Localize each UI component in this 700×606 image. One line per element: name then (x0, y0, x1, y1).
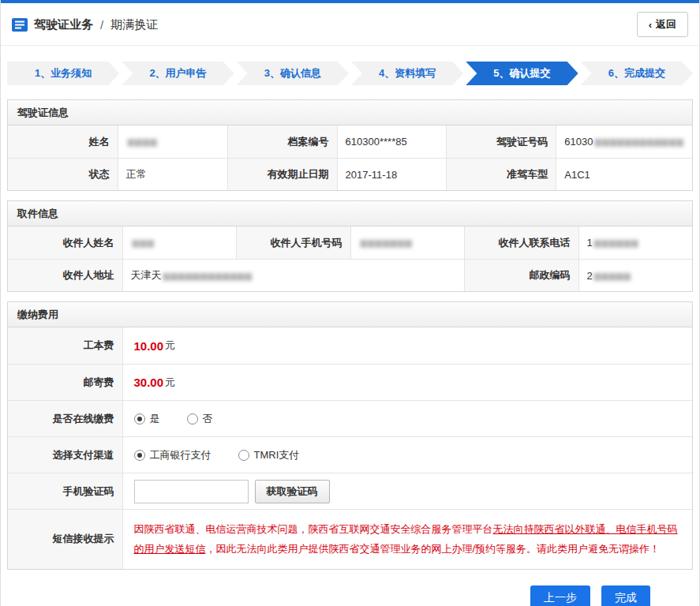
redacted-recipient-address: ▆▆▆▆▆▆▆▆▆▆▆▆ (163, 271, 253, 281)
payment-channel-options: 工商银行支付 TMRI支付 (122, 436, 693, 473)
step-2-user-declaration[interactable]: 2、用户申告 (122, 62, 234, 85)
radio-online-no-label: 否 (203, 412, 213, 426)
page-subtitle: 期满换证 (110, 17, 158, 32)
postcode-prefix: 2 (587, 270, 593, 282)
license-number-label: 驾驶证号码 (446, 125, 556, 158)
sms-notice-post: ，因此无法向此类用户提供陕西省交通管理业务的网上办理/预约等服务。请此类用户避免… (206, 543, 661, 555)
postage-fee-amount: 30.00 (134, 376, 164, 389)
radio-dot-icon (238, 450, 249, 461)
radio-online-yes-label: 是 (150, 412, 160, 426)
sms-notice-label: 短信接收提示 (8, 509, 122, 569)
sms-code-input[interactable] (134, 480, 249, 503)
section-title-pickup: 取件信息 (8, 201, 692, 226)
recipient-phone-prefix: 1 (587, 237, 593, 249)
step-label: 3、确认信息 (264, 67, 321, 79)
section-title-license: 驾驶证信息 (8, 100, 692, 125)
step-5-confirm-submit[interactable]: 5、确认提交 (466, 62, 578, 85)
step-label: 1、业务须知 (35, 67, 92, 79)
step-nav: 1、业务须知 2、用户申告 3、确认信息 4、资料填写 5、确认提交 6、完成提… (1, 46, 699, 90)
fees-table: 工本费 10.00 元 邮寄费 30.00 元 是否在线缴费 是 否 (8, 327, 692, 569)
radio-channel-icbc-label: 工商银行支付 (150, 448, 211, 462)
sms-code-label: 手机验证码 (8, 473, 122, 509)
recipient-name-label: 收件人姓名 (8, 226, 122, 259)
document-list-icon (12, 18, 28, 32)
postcode-label: 邮政编码 (464, 259, 578, 291)
radio-online-yes[interactable]: 是 (134, 412, 160, 426)
redacted-name: ▆▆▆▆ (128, 137, 158, 147)
radio-online-no[interactable]: 否 (187, 412, 213, 426)
step-3-confirm-info[interactable]: 3、确认信息 (237, 62, 349, 85)
vehicle-class-label: 准驾车型 (446, 158, 556, 190)
finish-button[interactable]: 完成 (601, 585, 650, 606)
online-payment-label: 是否在线缴费 (8, 400, 122, 436)
radio-dot-icon (134, 413, 145, 425)
payment-channel-label: 选择支付渠道 (8, 436, 122, 473)
radio-dot-icon (134, 450, 145, 461)
back-label: 返回 (656, 17, 676, 32)
sms-notice-cell: 因陕西省联通、电信运营商技术问题，陕西省互联网交通安全综合服务管理平台无法向持陕… (122, 509, 693, 569)
recipient-name-value: ▆▆▆ (122, 226, 237, 259)
vehicle-class-value: A1C1 (556, 158, 692, 190)
sms-notice-text: 因陕西省联通、电信运营商技术问题，陕西省互联网交通安全综合服务管理平台无法向持陕… (134, 519, 682, 559)
step-4-fill-info[interactable]: 4、资料填写 (351, 62, 463, 85)
expiry-date-label: 有效期止日期 (227, 158, 337, 190)
file-number-label: 档案编号 (227, 125, 337, 158)
recipient-address-prefix: 天津天 (131, 268, 162, 282)
expiry-date-value: 2017-11-18 (337, 158, 447, 190)
name-value: ▆▆▆▆ (118, 125, 227, 158)
title-separator: / (100, 18, 103, 32)
recipient-phone-label: 收件人联系电话 (464, 226, 578, 259)
recipient-mobile-label: 收件人手机号码 (236, 226, 350, 259)
license-number-value: 61030▆▆▆▆▆▆▆▆▆▆▆▆ (556, 125, 692, 158)
chevron-left-icon: ‹ (649, 20, 652, 30)
online-payment-options: 是 否 (122, 400, 693, 436)
license-info-table: 姓名 ▆▆▆▆ 档案编号 610300****85 驾驶证号码 61030▆▆▆… (8, 125, 692, 190)
page-title: 驾驶证业务 (34, 17, 93, 32)
step-label: 5、确认提交 (493, 67, 550, 79)
license-number-prefix: 61030 (564, 136, 593, 148)
redacted-recipient-mobile: ▆▆▆▆▆▆▆ (361, 238, 413, 248)
recipient-mobile-value: ▆▆▆▆▆▆▆ (350, 226, 465, 259)
status-value: 正常 (118, 158, 227, 190)
recipient-phone-value: 1▆▆▆▆▆▆ (578, 226, 693, 259)
postage-fee-value: 30.00 元 (122, 364, 693, 400)
cost-fee-amount: 10.00 (134, 339, 164, 353)
postage-fee-unit: 元 (165, 376, 175, 390)
cost-fee-label: 工本费 (8, 327, 122, 364)
section-pickup-info: 取件信息 收件人姓名 ▆▆▆ 收件人手机号码 ▆▆▆▆▆▆▆ 收件人联系电话 1… (7, 200, 693, 292)
redacted-recipient-name: ▆▆▆ (133, 238, 155, 248)
previous-step-button[interactable]: 上一步 (530, 585, 590, 606)
postage-fee-label: 邮寄费 (8, 364, 122, 400)
step-6-complete-submit[interactable]: 6、完成提交 (581, 62, 693, 85)
postcode-value: 2▆▆▆▆▆ (578, 259, 693, 291)
recipient-address-value: 天津天▆▆▆▆▆▆▆▆▆▆▆▆ (122, 259, 465, 291)
section-fees: 缴纳费用 工本费 10.00 元 邮寄费 30.00 元 是否在线缴费 是 (7, 301, 693, 570)
redacted-postcode: ▆▆▆▆▆ (594, 271, 631, 281)
section-title-fees: 缴纳费用 (8, 302, 692, 327)
recipient-address-label: 收件人地址 (8, 259, 122, 291)
header: 驾驶证业务 / 期满换证 ‹ 返回 (1, 3, 699, 46)
radio-channel-tmri-label: TMRI支付 (254, 448, 300, 462)
radio-channel-tmri[interactable]: TMRI支付 (238, 448, 300, 462)
cost-fee-value: 10.00 元 (122, 327, 693, 364)
step-label: 6、完成提交 (608, 67, 665, 79)
pickup-info-table: 收件人姓名 ▆▆▆ 收件人手机号码 ▆▆▆▆▆▆▆ 收件人联系电话 1▆▆▆▆▆… (8, 226, 692, 291)
back-button[interactable]: ‹ 返回 (637, 12, 688, 37)
radio-dot-icon (187, 413, 198, 425)
sms-notice-pre: 因陕西省联通、电信运营商技术问题，陕西省互联网交通安全综合服务管理平台 (134, 523, 493, 535)
sms-code-row: 获取验证码 (122, 473, 693, 509)
section-license-info: 驾驶证信息 姓名 ▆▆▆▆ 档案编号 610300****85 驾驶证号码 61… (7, 99, 693, 191)
get-sms-code-button[interactable]: 获取验证码 (255, 480, 330, 503)
status-label: 状态 (8, 158, 118, 190)
name-label: 姓名 (8, 125, 118, 158)
footer-actions: 上一步 完成 (1, 570, 699, 606)
step-label: 4、资料填写 (379, 67, 436, 79)
step-1-business-notice[interactable]: 1、业务须知 (7, 62, 119, 85)
redacted-license-number: ▆▆▆▆▆▆▆▆▆▆▆▆ (594, 137, 684, 147)
page: 驾驶证业务 / 期满换证 ‹ 返回 1、业务须知 2、用户申告 3、确认信息 4… (0, 0, 700, 606)
breadcrumb: 驾驶证业务 / 期满换证 (12, 17, 158, 32)
step-label: 2、用户申告 (149, 67, 206, 79)
redacted-recipient-phone: ▆▆▆▆▆▆ (594, 238, 639, 248)
cost-fee-unit: 元 (165, 339, 175, 353)
radio-channel-icbc[interactable]: 工商银行支付 (134, 448, 211, 462)
